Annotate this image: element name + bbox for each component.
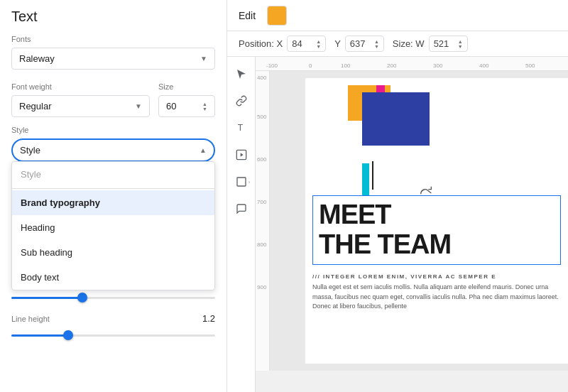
font-weight-dropdown[interactable]: Regular ▼ <box>11 95 150 117</box>
canvas-content: -100 0 100 200 300 400 500 400 500 600 7… <box>256 57 568 392</box>
style-label: Style <box>11 126 215 134</box>
ruler-label-100: 100 <box>341 62 350 69</box>
style-chevron-icon: ▲ <box>200 146 207 154</box>
top-bar: Edit <box>227 0 568 31</box>
canvas-draw[interactable]: MEETTHE TEAM /// INTEGER LOREM ENIM, VIV… <box>270 71 568 371</box>
line-height-fill <box>11 334 68 337</box>
size-value: 60 <box>166 101 176 111</box>
ruler-left: 400 500 600 700 800 900 <box>256 71 270 371</box>
canvas-wrapper: T › -100 0 100 200 300 400 500 <box>227 57 568 392</box>
ruler-label-300: 300 <box>433 62 442 69</box>
ruler-label-v-600: 600 <box>257 156 266 163</box>
style-dropdown-menu: Style Brand typography Heading Sub headi… <box>11 161 215 290</box>
line-height-value: 1.2 <box>202 313 215 324</box>
link-tool-button[interactable] <box>230 89 253 112</box>
ruler-label-200: 200 <box>387 62 396 69</box>
line-height-section: Line height 1.2 <box>11 313 215 342</box>
position-y-stepper[interactable]: ▲▼ <box>374 39 379 49</box>
color-swatch[interactable] <box>267 6 287 26</box>
style-option-placeholder[interactable]: Style <box>12 162 214 187</box>
edit-label: Edit <box>239 10 256 21</box>
line-height-label: Line height <box>11 315 50 323</box>
letter-spacing-track <box>11 297 215 299</box>
lorem-heading: /// INTEGER LOREM ENIM, VIVERRA AC SEMPE… <box>312 273 561 280</box>
ruler-label-v-400: 400 <box>257 75 266 81</box>
rect-tool-button[interactable]: › <box>230 170 253 193</box>
left-panel: Text Fonts Raleway ▼ Font weight Regular… <box>0 0 227 392</box>
right-panel: Edit Position: X 84 ▲▼ Y 637 ▲▼ Size: W … <box>227 0 568 392</box>
style-option-subheading[interactable]: Sub heading <box>12 240 214 265</box>
size-label: Size <box>158 82 215 91</box>
lorem-body: Nulla eget est et sem iaculis mollis. Nu… <box>312 283 561 312</box>
style-divider <box>12 188 214 189</box>
style-section: Style Style ▲ Style Brand typography Hea… <box>11 126 215 162</box>
style-option-body[interactable]: Body text <box>12 265 214 290</box>
position-x-field: Position: X 84 ▲▼ <box>239 36 326 52</box>
fonts-label: Fonts <box>11 35 215 43</box>
ruler-top: -100 0 100 200 300 400 500 <box>256 57 568 71</box>
line-height-track <box>11 334 215 337</box>
line-height-label-row: Line height 1.2 <box>11 313 215 324</box>
size-w-field: Size: W 521 ▲▼ <box>393 36 468 52</box>
play-tool-button[interactable] <box>230 143 253 166</box>
line-height-slider[interactable] <box>11 328 215 342</box>
line-height-thumb[interactable] <box>63 330 73 340</box>
ruler-label-0: 0 <box>309 62 312 69</box>
svg-text:T: T <box>237 123 243 133</box>
style-option-brand[interactable]: Brand typography <box>12 190 214 215</box>
blue-rectangle[interactable] <box>362 92 430 146</box>
position-y-label: Y <box>334 38 341 49</box>
ruler-label-400: 400 <box>479 62 488 69</box>
position-y-value: 637 <box>350 38 366 49</box>
ruler-label-neg100: -100 <box>266 62 278 69</box>
font-weight-value: Regular <box>19 101 52 111</box>
fonts-dropdown[interactable]: Raleway ▼ <box>11 48 215 70</box>
font-weight-chevron-icon: ▼ <box>135 102 142 110</box>
lorem-section: /// INTEGER LOREM ENIM, VIVERRA AC SEMPE… <box>312 273 561 312</box>
fonts-chevron-icon: ▼ <box>200 55 207 62</box>
teal-rectangle[interactable] <box>362 163 369 195</box>
position-y-input[interactable]: 637 ▲▼ <box>345 36 384 52</box>
svg-marker-2 <box>240 153 243 156</box>
meet-team-text: MEETTHE TEAM <box>319 200 555 260</box>
ruler-label-v-500: 500 <box>257 114 266 120</box>
weight-size-row: Font weight Regular ▼ Size 60 ▲▼ <box>11 75 215 117</box>
left-toolbar: T › <box>227 57 256 392</box>
letter-spacing-fill <box>11 297 82 299</box>
comment-tool-button[interactable] <box>230 197 253 220</box>
size-w-value: 521 <box>434 38 449 49</box>
position-x-stepper[interactable]: ▲▼ <box>316 39 321 49</box>
ruler-label-v-700: 700 <box>257 199 266 205</box>
letter-spacing-thumb[interactable] <box>77 293 87 303</box>
size-w-stepper[interactable]: ▲▼ <box>458 39 463 49</box>
style-option-heading[interactable]: Heading <box>12 215 214 240</box>
letter-spacing-slider[interactable] <box>11 290 215 305</box>
size-input[interactable]: 60 ▲▼ <box>158 95 215 117</box>
style-wrapper: Style ▲ Style Brand typography Heading S… <box>11 138 215 162</box>
cursor-tool-button[interactable] <box>230 62 253 85</box>
position-x-label: Position: X <box>239 38 283 49</box>
style-dropdown-trigger[interactable]: Style ▲ <box>11 138 215 162</box>
ruler-label-v-900: 900 <box>257 284 266 290</box>
size-w-label: Size: W <box>393 38 425 49</box>
panel-title: Text <box>11 9 215 25</box>
style-current-value: Style <box>20 145 40 156</box>
size-stepper-icon[interactable]: ▲▼ <box>202 102 207 111</box>
position-x-input[interactable]: 84 ▲▼ <box>287 36 326 52</box>
ruler-label-v-800: 800 <box>257 241 266 248</box>
position-bar: Position: X 84 ▲▼ Y 637 ▲▼ Size: W 521 ▲… <box>227 31 568 57</box>
text-tool-button[interactable]: T <box>230 116 253 139</box>
svg-rect-3 <box>237 178 246 186</box>
ruler-label-500: 500 <box>525 62 535 69</box>
meet-team-textbox[interactable]: MEETTHE TEAM <box>312 195 561 265</box>
text-cursor-line <box>372 161 373 190</box>
position-x-value: 84 <box>292 38 302 49</box>
size-w-input[interactable]: 521 ▲▼ <box>429 36 468 52</box>
fonts-value: Raleway <box>19 53 55 64</box>
position-y-field: Y 637 ▲▼ <box>334 36 384 52</box>
font-weight-label: Font weight <box>11 82 150 91</box>
